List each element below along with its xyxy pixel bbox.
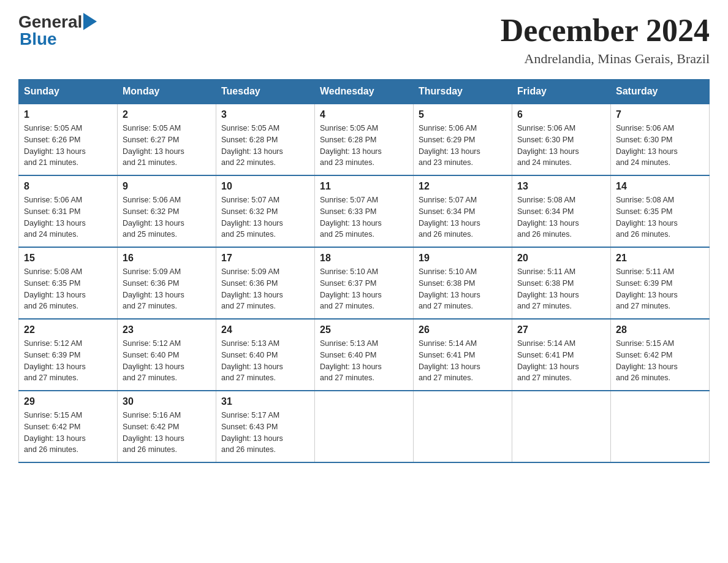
table-row — [414, 391, 512, 462]
day-info: Sunrise: 5:08 AM Sunset: 6:35 PM Dayligh… — [616, 194, 704, 240]
calendar-table: Sunday Monday Tuesday Wednesday Thursday… — [18, 79, 710, 463]
day-info: Sunrise: 5:06 AM Sunset: 6:30 PM Dayligh… — [616, 123, 704, 169]
day-number: 19 — [419, 253, 507, 264]
svg-marker-0 — [83, 13, 97, 30]
day-info: Sunrise: 5:13 AM Sunset: 6:40 PM Dayligh… — [320, 338, 408, 384]
title-section: December 2024 Andrelandia, Minas Gerais,… — [501, 12, 710, 67]
day-number: 9 — [123, 181, 211, 192]
table-row — [512, 391, 611, 462]
table-row: 23 Sunrise: 5:12 AM Sunset: 6:40 PM Dayl… — [118, 319, 216, 391]
day-number: 28 — [616, 324, 704, 335]
day-info: Sunrise: 5:10 AM Sunset: 6:37 PM Dayligh… — [320, 266, 408, 312]
table-row: 5 Sunrise: 5:06 AM Sunset: 6:29 PM Dayli… — [414, 104, 512, 175]
table-row: 11 Sunrise: 5:07 AM Sunset: 6:33 PM Dayl… — [315, 175, 414, 247]
logo-blue-text: Blue — [20, 29, 57, 49]
table-row: 3 Sunrise: 5:05 AM Sunset: 6:28 PM Dayli… — [216, 104, 315, 175]
col-thursday: Thursday — [414, 80, 512, 104]
page-header: General Blue December 2024 Andrelandia, … — [18, 12, 710, 67]
day-number: 23 — [123, 324, 211, 335]
day-info: Sunrise: 5:06 AM Sunset: 6:30 PM Dayligh… — [517, 123, 605, 169]
table-row: 19 Sunrise: 5:10 AM Sunset: 6:38 PM Dayl… — [414, 247, 512, 319]
table-row: 28 Sunrise: 5:15 AM Sunset: 6:42 PM Dayl… — [611, 319, 710, 391]
day-info: Sunrise: 5:11 AM Sunset: 6:38 PM Dayligh… — [517, 266, 605, 312]
day-number: 3 — [221, 109, 309, 120]
day-info: Sunrise: 5:12 AM Sunset: 6:39 PM Dayligh… — [24, 338, 112, 384]
day-number: 22 — [24, 324, 112, 335]
table-row: 31 Sunrise: 5:17 AM Sunset: 6:43 PM Dayl… — [216, 391, 315, 462]
day-info: Sunrise: 5:05 AM Sunset: 6:27 PM Dayligh… — [123, 123, 211, 169]
table-row: 16 Sunrise: 5:09 AM Sunset: 6:36 PM Dayl… — [118, 247, 216, 319]
week-row-4: 22 Sunrise: 5:12 AM Sunset: 6:39 PM Dayl… — [19, 319, 710, 391]
table-row — [611, 391, 710, 462]
week-row-3: 15 Sunrise: 5:08 AM Sunset: 6:35 PM Dayl… — [19, 247, 710, 319]
col-sunday: Sunday — [19, 80, 118, 104]
day-number: 15 — [24, 253, 112, 264]
col-tuesday: Tuesday — [216, 80, 315, 104]
col-friday: Friday — [512, 80, 611, 104]
day-info: Sunrise: 5:08 AM Sunset: 6:34 PM Dayligh… — [517, 194, 605, 240]
table-row: 15 Sunrise: 5:08 AM Sunset: 6:35 PM Dayl… — [19, 247, 118, 319]
day-number: 17 — [221, 253, 309, 264]
day-number: 10 — [221, 181, 309, 192]
day-number: 14 — [616, 181, 704, 192]
table-row: 7 Sunrise: 5:06 AM Sunset: 6:30 PM Dayli… — [611, 104, 710, 175]
table-row: 24 Sunrise: 5:13 AM Sunset: 6:40 PM Dayl… — [216, 319, 315, 391]
table-row: 6 Sunrise: 5:06 AM Sunset: 6:30 PM Dayli… — [512, 104, 611, 175]
table-row: 22 Sunrise: 5:12 AM Sunset: 6:39 PM Dayl… — [19, 319, 118, 391]
day-number: 7 — [616, 109, 704, 120]
table-row: 21 Sunrise: 5:11 AM Sunset: 6:39 PM Dayl… — [611, 247, 710, 319]
day-info: Sunrise: 5:06 AM Sunset: 6:29 PM Dayligh… — [419, 123, 507, 169]
col-saturday: Saturday — [611, 80, 710, 104]
day-info: Sunrise: 5:14 AM Sunset: 6:41 PM Dayligh… — [419, 338, 507, 384]
col-monday: Monday — [118, 80, 216, 104]
day-info: Sunrise: 5:07 AM Sunset: 6:34 PM Dayligh… — [419, 194, 507, 240]
table-row: 2 Sunrise: 5:05 AM Sunset: 6:27 PM Dayli… — [118, 104, 216, 175]
day-info: Sunrise: 5:10 AM Sunset: 6:38 PM Dayligh… — [419, 266, 507, 312]
day-info: Sunrise: 5:06 AM Sunset: 6:32 PM Dayligh… — [123, 194, 211, 240]
day-info: Sunrise: 5:11 AM Sunset: 6:39 PM Dayligh… — [616, 266, 704, 312]
day-number: 20 — [517, 253, 605, 264]
day-number: 30 — [123, 396, 211, 407]
day-number: 2 — [123, 109, 211, 120]
week-row-1: 1 Sunrise: 5:05 AM Sunset: 6:26 PM Dayli… — [19, 104, 710, 175]
day-number: 12 — [419, 181, 507, 192]
day-number: 8 — [24, 181, 112, 192]
table-row: 9 Sunrise: 5:06 AM Sunset: 6:32 PM Dayli… — [118, 175, 216, 247]
day-number: 13 — [517, 181, 605, 192]
day-info: Sunrise: 5:08 AM Sunset: 6:35 PM Dayligh… — [24, 266, 112, 312]
table-row: 10 Sunrise: 5:07 AM Sunset: 6:32 PM Dayl… — [216, 175, 315, 247]
day-info: Sunrise: 5:16 AM Sunset: 6:42 PM Dayligh… — [123, 410, 211, 456]
table-row: 17 Sunrise: 5:09 AM Sunset: 6:36 PM Dayl… — [216, 247, 315, 319]
table-row: 12 Sunrise: 5:07 AM Sunset: 6:34 PM Dayl… — [414, 175, 512, 247]
col-wednesday: Wednesday — [315, 80, 414, 104]
table-row — [315, 391, 414, 462]
day-info: Sunrise: 5:15 AM Sunset: 6:42 PM Dayligh… — [24, 410, 112, 456]
header-row: Sunday Monday Tuesday Wednesday Thursday… — [19, 80, 710, 104]
day-info: Sunrise: 5:07 AM Sunset: 6:33 PM Dayligh… — [320, 194, 408, 240]
day-info: Sunrise: 5:07 AM Sunset: 6:32 PM Dayligh… — [221, 194, 309, 240]
table-row: 29 Sunrise: 5:15 AM Sunset: 6:42 PM Dayl… — [19, 391, 118, 462]
day-info: Sunrise: 5:05 AM Sunset: 6:28 PM Dayligh… — [221, 123, 309, 169]
day-info: Sunrise: 5:09 AM Sunset: 6:36 PM Dayligh… — [221, 266, 309, 312]
day-number: 11 — [320, 181, 408, 192]
day-number: 1 — [24, 109, 112, 120]
day-info: Sunrise: 5:17 AM Sunset: 6:43 PM Dayligh… — [221, 410, 309, 456]
table-row: 8 Sunrise: 5:06 AM Sunset: 6:31 PM Dayli… — [19, 175, 118, 247]
day-number: 24 — [221, 324, 309, 335]
table-row: 14 Sunrise: 5:08 AM Sunset: 6:35 PM Dayl… — [611, 175, 710, 247]
table-row: 4 Sunrise: 5:05 AM Sunset: 6:28 PM Dayli… — [315, 104, 414, 175]
day-number: 25 — [320, 324, 408, 335]
day-number: 21 — [616, 253, 704, 264]
day-number: 27 — [517, 324, 605, 335]
location-subtitle: Andrelandia, Minas Gerais, Brazil — [501, 51, 710, 67]
month-title: December 2024 — [501, 12, 710, 48]
logo: General Blue — [18, 12, 97, 49]
day-info: Sunrise: 5:05 AM Sunset: 6:28 PM Dayligh… — [320, 123, 408, 169]
day-info: Sunrise: 5:09 AM Sunset: 6:36 PM Dayligh… — [123, 266, 211, 312]
day-number: 31 — [221, 396, 309, 407]
day-number: 6 — [517, 109, 605, 120]
week-row-5: 29 Sunrise: 5:15 AM Sunset: 6:42 PM Dayl… — [19, 391, 710, 462]
day-info: Sunrise: 5:13 AM Sunset: 6:40 PM Dayligh… — [221, 338, 309, 384]
table-row: 13 Sunrise: 5:08 AM Sunset: 6:34 PM Dayl… — [512, 175, 611, 247]
day-number: 29 — [24, 396, 112, 407]
